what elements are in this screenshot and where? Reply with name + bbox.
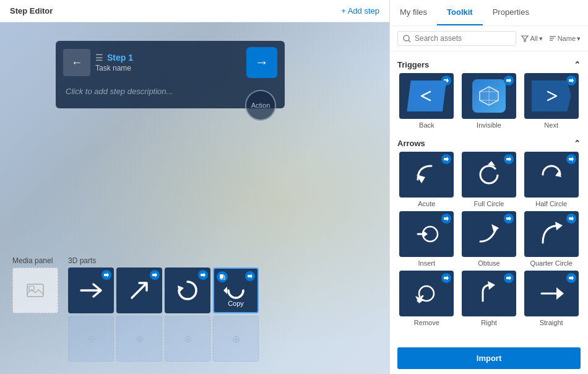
back-thumb [399, 73, 454, 119]
svg-line-15 [409, 40, 410, 42]
svg-marker-55 [509, 276, 511, 280]
svg-rect-2 [104, 274, 107, 276]
copy-badge [217, 271, 228, 282]
acute-label: Acute [418, 200, 435, 207]
straight-label: Straight [540, 319, 563, 326]
item-badge-3 [198, 270, 208, 280]
diagonal-arrow-icon [124, 276, 154, 305]
ghost-item-3[interactable]: ⊕ [165, 316, 210, 362]
next-thumb [524, 73, 579, 119]
media-panel-section: Media panel [12, 256, 58, 313]
svg-rect-47 [569, 217, 572, 220]
quarter-circle-label: Quarter Circle [530, 259, 572, 267]
toolkit-item-half-circle[interactable]: Half Circle [522, 152, 581, 207]
step-card-header: ← ☰ Step 1 Task name → [56, 41, 285, 84]
right-arrow-icon [474, 279, 504, 308]
tab-my-files[interactable]: My files [390, 0, 437, 25]
toolkit-item-remove[interactable]: Remove [397, 271, 456, 326]
filter-icon [521, 35, 529, 42]
ghost-item-4[interactable]: ⊕ [213, 316, 259, 362]
toolkit-item-insert[interactable]: Insert [397, 211, 456, 267]
svg-marker-43 [423, 230, 428, 238]
toolkit-item-next[interactable]: Next [522, 73, 581, 129]
remove-thumb [399, 271, 454, 316]
search-row: All ▾ Name ▾ [390, 26, 588, 51]
add-step-button[interactable]: + Add step [341, 6, 379, 15]
arrows-grid: Acute Full Circle [397, 152, 581, 326]
svg-marker-58 [572, 276, 574, 280]
part-item-rotation[interactable] [165, 267, 210, 313]
svg-marker-59 [556, 287, 564, 300]
part-item-diagonal[interactable] [116, 267, 162, 313]
svg-rect-4 [152, 274, 155, 276]
step-editor-header: Step Editor + Add step [0, 0, 389, 22]
toolkit-item-quarter-circle[interactable]: Quarter Circle [522, 211, 581, 267]
next-step-button[interactable]: → [246, 47, 277, 78]
toolkit-item-straight[interactable]: Straight [522, 271, 581, 326]
bottom-panels: Media panel 3D parts [12, 256, 377, 362]
task-name[interactable]: Task name [95, 64, 241, 72]
straight-badge [566, 273, 576, 283]
svg-marker-41 [447, 216, 449, 221]
toolkit-item-full-circle[interactable]: Full Circle [460, 152, 519, 207]
3d-parts-row: Copy [68, 267, 259, 313]
previous-step-button[interactable]: ← [63, 49, 90, 76]
filter-name-button[interactable]: Name ▾ [549, 35, 581, 43]
full-circle-arrow-icon [474, 160, 504, 189]
svg-marker-10 [251, 274, 253, 279]
import-button[interactable]: Import [397, 347, 581, 369]
svg-marker-16 [522, 36, 528, 41]
ghost-item-1[interactable]: ⊕ [68, 316, 114, 362]
toolkit-item-obtuse[interactable]: Obtuse [460, 211, 519, 267]
svg-marker-49 [555, 222, 563, 230]
toolkit-item-right[interactable]: Right [460, 271, 519, 326]
toolkit-item-back[interactable]: Back [397, 73, 456, 129]
search-box [397, 31, 516, 46]
svg-marker-7 [204, 272, 205, 277]
action-label: Action [251, 102, 270, 109]
acute-badge [441, 154, 451, 164]
invisible-thumb [462, 73, 516, 119]
svg-marker-56 [488, 281, 495, 290]
svg-marker-31 [447, 157, 449, 162]
triggers-collapse-icon[interactable]: ⌃ [574, 60, 581, 69]
ghost-row: ⊕ ⊕ ⊕ ⊕ [68, 316, 259, 362]
toolkit-content: Triggers ⌃ Back [390, 51, 588, 342]
svg-rect-40 [444, 217, 447, 220]
media-icon [27, 284, 44, 297]
filter-controls: All ▾ Name ▾ [521, 35, 581, 43]
ghost-icon-3: ⊕ [184, 333, 192, 345]
svg-rect-30 [444, 158, 447, 160]
action-button[interactable]: Action [245, 90, 276, 121]
step-card: ← ☰ Step 1 Task name → Click to add step… [56, 41, 285, 108]
arrows-collapse-icon[interactable]: ⌃ [574, 139, 581, 148]
search-input[interactable] [415, 34, 511, 43]
part-item-copy[interactable]: Copy [213, 267, 259, 313]
half-circle-label: Half Circle [535, 200, 567, 207]
svg-rect-37 [569, 158, 572, 160]
svg-marker-21 [447, 78, 449, 83]
triggers-grid: Back [397, 73, 581, 129]
full-circle-label: Full Circle [474, 200, 504, 207]
filter-all-button[interactable]: All ▾ [521, 35, 542, 43]
straight-arrow-icon [537, 279, 566, 308]
toolkit-tabs: My files Toolkit Properties [390, 0, 588, 26]
svg-rect-28 [569, 79, 572, 82]
part-item-forward[interactable] [68, 267, 114, 313]
add-step-label: + Add step [341, 6, 379, 15]
tab-toolkit[interactable]: Toolkit [437, 0, 483, 25]
media-panel-row [12, 267, 58, 313]
ghost-item-2[interactable]: ⊕ [116, 316, 162, 362]
svg-marker-45 [509, 216, 511, 221]
svg-marker-23 [509, 78, 511, 83]
toolkit-item-invisible[interactable]: Invisible [460, 73, 519, 129]
step-editor-title: Step Editor [10, 6, 53, 15]
media-panel-box[interactable] [12, 267, 58, 313]
item-badge-1 [102, 270, 111, 280]
sort-icon [549, 35, 556, 42]
toolkit-item-acute[interactable]: Acute [397, 152, 456, 207]
insert-label: Insert [418, 259, 436, 267]
tab-properties[interactable]: Properties [483, 0, 539, 25]
svg-rect-11 [220, 274, 223, 279]
invisible-item-badge [504, 76, 514, 85]
